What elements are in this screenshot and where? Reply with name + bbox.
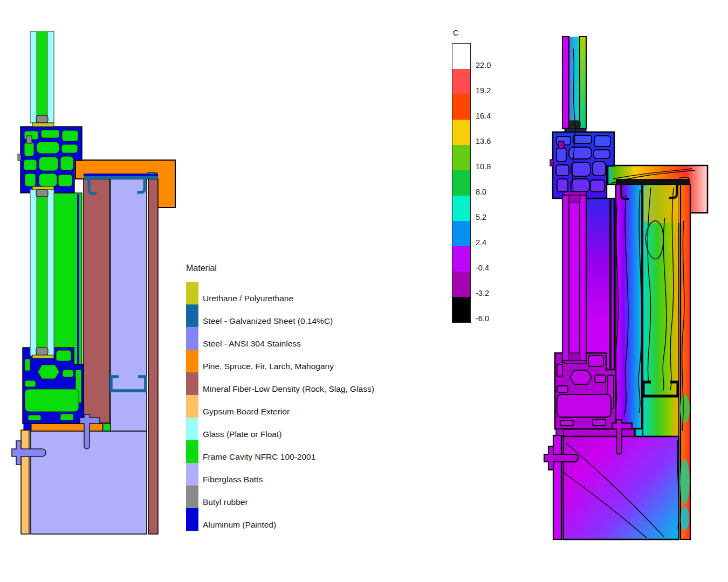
material-swatch [186, 304, 198, 327]
glazing-cavity-mid [37, 197, 47, 348]
legend-item: Steel - Galvanized Sheet (0.14%C) [186, 304, 374, 327]
temperature-band [452, 297, 470, 322]
material-label: Frame Cavity NFRC 100-2001 [203, 452, 315, 462]
material-swatch [186, 486, 198, 508]
material-swatch [186, 327, 198, 350]
material-cross-section [12, 31, 175, 534]
temperature-tick-label: 2.4 [476, 238, 486, 247]
material-label: Aluminum (Painted) [203, 519, 276, 530]
isotherm-blob [681, 507, 689, 530]
frame-foot [24, 424, 31, 430]
temperature-tick-label: 5.2 [476, 213, 486, 221]
legend-item: Butyl rubber [186, 486, 374, 508]
temperature-scale-unit: C [453, 29, 471, 37]
butyl-tab [26, 136, 32, 143]
urethane-seal [32, 355, 54, 358]
material-swatch [186, 350, 198, 372]
temperature-band [452, 69, 470, 94]
material-label: Butyl rubber [203, 497, 248, 507]
glass-pane [47, 31, 54, 123]
temperature-tick-label: -3.2 [476, 289, 489, 297]
temperature-scale: C 22.019.216.413.610.88.05.22.4-0.4-3.2-… [452, 29, 471, 323]
temperature-band [452, 120, 470, 145]
legend-item: Glass (Plate or Float) [186, 418, 374, 440]
material-swatch [186, 508, 198, 531]
temperature-band [452, 44, 470, 69]
aluminum-flashing [84, 174, 158, 176]
material-swatch [186, 440, 198, 463]
legend-item: Urethane / Polyurethane [186, 282, 374, 304]
temperature-band [452, 196, 470, 221]
isotherm-blob [680, 394, 690, 422]
glass-pane [30, 31, 37, 123]
material-label: Urethane / Polyurethane [203, 293, 293, 303]
gypsum-board [21, 430, 29, 534]
temperature-tick-label: -6.0 [476, 314, 489, 323]
material-label: Steel - Galvanized Sheet (0.14%C) [203, 316, 333, 326]
glazing-cavity-top [37, 31, 47, 115]
temperature-scale-labels: 22.019.216.413.610.88.05.22.4-0.4-3.2-6.… [476, 43, 508, 323]
isotherm-blob [680, 459, 690, 504]
material-swatch [186, 395, 198, 418]
material-label: Pine, Spruce, Fir, Larch, Mahogany [203, 361, 334, 371]
temperature-scale-bands [452, 43, 471, 323]
wood-sill-strip [31, 424, 102, 431]
material-label: Fiberglass Batts [203, 474, 263, 484]
temperature-tick-label: 10.8 [476, 162, 491, 171]
material-legend-title: Material [186, 264, 374, 273]
thermal-cross-section [544, 37, 708, 539]
galvanized-steel-flashing [84, 176, 158, 179]
glass-pane [30, 190, 37, 355]
temperature-band [452, 272, 470, 297]
material-legend-items: Urethane / PolyurethaneSteel - Galvanize… [186, 282, 374, 531]
temperature-band [452, 170, 470, 196]
material-swatch [186, 463, 198, 486]
material-label: Mineral Fiber-Low Density (Rock, Slag, G… [203, 384, 374, 394]
legend-item: Fiberglass Batts [186, 463, 374, 486]
legend-item: Mineral Fiber-Low Density (Rock, Slag, G… [186, 372, 374, 395]
mineral-fiber-column-right [148, 179, 158, 534]
legend-item: Gypsum Board Exterior [186, 395, 374, 418]
material-label: Steel - ANSI 304 Stainless [203, 338, 301, 349]
butyl-tab [18, 154, 21, 161]
temperature-tick-label: -0.4 [476, 264, 489, 272]
legend-item: Steel - ANSI 304 Stainless [186, 327, 374, 350]
material-swatch [186, 418, 198, 440]
temperature-band [452, 221, 470, 246]
temperature-tick-label: 19.2 [476, 86, 491, 95]
mineral-fiber-column-left [84, 179, 109, 423]
material-legend: Material Urethane / PolyurethaneSteel - … [186, 264, 374, 531]
butyl-spacer [36, 190, 48, 197]
material-label: Gypsum Board Exterior [203, 406, 290, 417]
glass-pane [47, 190, 54, 355]
fiberglass-column [111, 179, 147, 431]
legend-item: Pine, Spruce, Fir, Larch, Mahogany [186, 350, 374, 372]
aluminum-fin [77, 194, 79, 376]
temperature-tick-label: 13.6 [476, 137, 491, 146]
cavity-bit [104, 424, 111, 431]
legend-item: Frame Cavity NFRC 100-2001 [186, 440, 374, 463]
material-label: Glass (Plate or Float) [203, 429, 281, 439]
urethane-seal [32, 123, 54, 127]
material-swatch [186, 372, 198, 395]
butyl-spacer [36, 348, 48, 355]
temperature-tick-label: 16.4 [476, 112, 491, 120]
temperature-band [452, 145, 470, 170]
urethane-seal [32, 186, 54, 190]
temperature-band [452, 94, 470, 120]
temperature-band [452, 246, 470, 272]
legend-item: Aluminum (Painted) [186, 508, 374, 531]
temperature-tick-label: 22.0 [476, 61, 491, 70]
material-swatch [186, 282, 198, 304]
temperature-tick-label: 8.0 [476, 188, 486, 196]
butyl-spacer [36, 115, 48, 123]
therm-results-canvas: Material Urethane / PolyurethaneSteel - … [0, 0, 728, 582]
